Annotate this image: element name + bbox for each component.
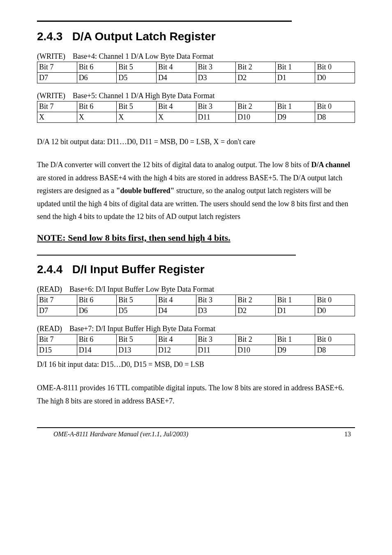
table-caption: (READ) Base+6: D/I Input Buffer Low Byte… bbox=[37, 285, 355, 294]
table-row: Bit 7 Bit 6 Bit 5 Bit 4 Bit 3 Bit 2 Bit … bbox=[37, 101, 355, 112]
cell: D4 bbox=[156, 305, 196, 316]
cell: D13 bbox=[117, 345, 157, 355]
cell: Bit 6 bbox=[77, 334, 117, 345]
cell: Bit 5 bbox=[117, 101, 157, 112]
cell: Bit 3 bbox=[196, 101, 236, 112]
caption-prefix: (WRITE) bbox=[37, 92, 65, 100]
document-page: 2.4.3 D/A Output Latch Register (WRITE) … bbox=[0, 0, 392, 555]
section-number: 2.4.3 bbox=[37, 30, 62, 43]
cell: Bit 2 bbox=[236, 62, 276, 73]
cell: Bit 3 bbox=[196, 295, 236, 305]
section-heading-244: 2.4.4 D/I Input Buffer Register bbox=[37, 263, 355, 276]
cell: Bit 1 bbox=[275, 295, 315, 305]
section-divider bbox=[37, 255, 296, 256]
table-row: Bit 7 Bit 6 Bit 5 Bit 4 Bit 3 Bit 2 Bit … bbox=[37, 295, 355, 305]
cell: Bit 6 bbox=[77, 101, 117, 112]
cell: Bit 4 bbox=[156, 62, 196, 73]
cell: D3 bbox=[196, 305, 236, 316]
cell: D8 bbox=[315, 345, 355, 355]
footer-page-number: 13 bbox=[344, 431, 351, 438]
cell: D8 bbox=[315, 112, 355, 123]
cell: Bit 3 bbox=[196, 334, 236, 345]
cell: Bit 2 bbox=[236, 295, 276, 305]
cell: D5 bbox=[117, 305, 157, 316]
caption-text: Base+6: D/I Input Buffer Low Byte Data F… bbox=[69, 285, 214, 293]
section-title-text: D/I Input Buffer Register bbox=[72, 263, 205, 276]
cell: D2 bbox=[236, 305, 276, 316]
cell: D2 bbox=[236, 73, 276, 83]
caption-prefix: (READ) bbox=[37, 325, 62, 333]
cell: Bit 4 bbox=[156, 334, 196, 345]
note-heading: NOTE: Send low 8 bits first, then send h… bbox=[37, 233, 355, 243]
table-row: Bit 7 Bit 6 Bit 5 Bit 4 Bit 3 Bit 2 Bit … bbox=[37, 62, 355, 73]
caption-text: Base+7: D/I Input Buffer High Byte Data … bbox=[69, 325, 215, 333]
cell: D4 bbox=[156, 73, 196, 83]
cell: D9 bbox=[275, 345, 315, 355]
bit-table-244-high: Bit 7 Bit 6 Bit 5 Bit 4 Bit 3 Bit 2 Bit … bbox=[37, 334, 355, 356]
data-note-243: D/A 12 bit output data: D11…D0, D11 = MS… bbox=[37, 138, 355, 146]
cell: Bit 2 bbox=[236, 101, 276, 112]
cell: Bit 2 bbox=[236, 334, 276, 345]
cell: D0 bbox=[315, 73, 355, 83]
table-caption: (WRITE) Base+5: Channel 1 D/A High Byte … bbox=[37, 92, 355, 100]
cell: Bit 0 bbox=[315, 295, 355, 305]
cell: D10 bbox=[236, 112, 276, 123]
cell: D15 bbox=[37, 345, 77, 355]
cell: D5 bbox=[117, 73, 157, 83]
caption-prefix: (WRITE) bbox=[37, 52, 65, 60]
cell: D7 bbox=[37, 73, 77, 83]
cell: Bit 7 bbox=[37, 101, 77, 112]
table-row: X X X X D11 D10 D9 D8 bbox=[37, 112, 355, 123]
cell: Bit 0 bbox=[315, 62, 355, 73]
section-divider bbox=[37, 21, 292, 22]
caption-text: Base+4: Channel 1 D/A Low Byte Data Form… bbox=[73, 52, 214, 60]
bit-table-244-low: Bit 7 Bit 6 Bit 5 Bit 4 Bit 3 Bit 2 Bit … bbox=[37, 295, 355, 316]
cell: Bit 6 bbox=[77, 295, 117, 305]
cell: Bit 5 bbox=[117, 295, 157, 305]
para-bold: "double buffered" bbox=[116, 187, 174, 195]
table-row: D15 D14 D13 D12 D11 D10 D9 D8 bbox=[37, 345, 355, 355]
cell: X bbox=[117, 112, 157, 123]
cell: D3 bbox=[196, 73, 236, 83]
cell: Bit 1 bbox=[275, 101, 315, 112]
section-243-paragraph: The D/A converter will convert the 12 bi… bbox=[37, 159, 355, 223]
cell: Bit 7 bbox=[37, 334, 77, 345]
cell: D0 bbox=[315, 305, 355, 316]
table-row: D7 D6 D5 D4 D3 D2 D1 D0 bbox=[37, 305, 355, 316]
cell: D1 bbox=[275, 73, 315, 83]
cell: Bit 0 bbox=[315, 334, 355, 345]
table-row: Bit 7 Bit 6 Bit 5 Bit 4 Bit 3 Bit 2 Bit … bbox=[37, 334, 355, 345]
cell: D1 bbox=[275, 305, 315, 316]
cell: D10 bbox=[236, 345, 276, 355]
page-footer: OME-A-8111 Hardware Manual (ver.1.1, Jul… bbox=[37, 428, 355, 438]
caption-prefix: (READ) bbox=[37, 285, 62, 293]
caption-text: Base+5: Channel 1 D/A High Byte Data For… bbox=[73, 92, 215, 100]
cell: D12 bbox=[156, 345, 196, 355]
cell: D6 bbox=[77, 305, 117, 316]
cell: Bit 0 bbox=[315, 101, 355, 112]
cell: Bit 7 bbox=[37, 295, 77, 305]
cell: Bit 5 bbox=[117, 62, 157, 73]
table-row: D7 D6 D5 D4 D3 D2 D1 D0 bbox=[37, 73, 355, 83]
bit-table-243-low: Bit 7 Bit 6 Bit 5 Bit 4 Bit 3 Bit 2 Bit … bbox=[37, 62, 355, 83]
cell: D6 bbox=[77, 73, 117, 83]
cell: X bbox=[156, 112, 196, 123]
para-bold: D/A channel bbox=[311, 161, 350, 169]
cell: Bit 1 bbox=[275, 62, 315, 73]
cell: Bit 4 bbox=[156, 101, 196, 112]
footer-doc-title: OME-A-8111 Hardware Manual (ver.1.1, Jul… bbox=[53, 431, 188, 438]
cell: Bit 3 bbox=[196, 62, 236, 73]
para-fragment: The D/A converter will convert the 12 bi… bbox=[37, 161, 311, 169]
cell: D7 bbox=[37, 305, 77, 316]
cell: Bit 5 bbox=[117, 334, 157, 345]
section-244-paragraph: OME-A-8111 provides 16 TTL compatible di… bbox=[37, 382, 355, 408]
cell: D14 bbox=[77, 345, 117, 355]
cell: X bbox=[77, 112, 117, 123]
cell: Bit 1 bbox=[275, 334, 315, 345]
section-number: 2.4.4 bbox=[37, 263, 62, 276]
cell: Bit 6 bbox=[77, 62, 117, 73]
cell: D9 bbox=[275, 112, 315, 123]
cell: Bit 4 bbox=[156, 295, 196, 305]
table-caption: (READ) Base+7: D/I Input Buffer High Byt… bbox=[37, 325, 355, 333]
cell: D11 bbox=[196, 345, 236, 355]
